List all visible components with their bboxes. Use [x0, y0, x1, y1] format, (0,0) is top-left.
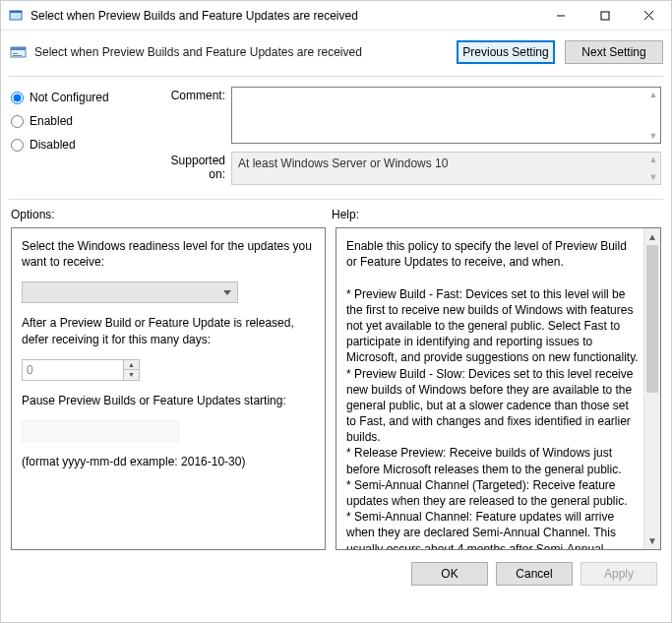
supported-on-text: At least Windows Server or Windows 10: [238, 156, 448, 170]
window-title: Select when Preview Builds and Feature U…: [31, 9, 538, 23]
comment-textarea[interactable]: ▲▼: [231, 87, 661, 144]
radio-not-configured-input[interactable]: [11, 92, 24, 104]
divider: [9, 199, 663, 200]
supported-on-field: At least Windows Server or Windows 10 ▲▼: [231, 152, 661, 185]
apply-button[interactable]: Apply: [580, 562, 657, 586]
defer-label: After a Preview Build or Feature Update …: [22, 315, 315, 346]
radio-disabled[interactable]: Disabled: [11, 138, 139, 152]
next-setting-button[interactable]: Next Setting: [565, 40, 663, 64]
spin-down-button[interactable]: ▼: [124, 370, 139, 380]
comment-label: Comment:: [153, 87, 231, 144]
scroll-down-button[interactable]: ▼: [644, 532, 661, 549]
spin-up-button[interactable]: ▲: [124, 360, 139, 371]
previous-setting-button[interactable]: Previous Setting: [457, 40, 555, 64]
svg-rect-1: [10, 11, 22, 13]
comment-scroll: ▲▼: [648, 90, 658, 141]
pause-label: Pause Preview Builds or Feature Updates …: [22, 393, 315, 408]
dialog-footer: OK Cancel Apply: [1, 550, 671, 586]
format-hint: (format yyyy-mm-dd example: 2016-10-30): [22, 454, 315, 469]
policy-icon: [9, 42, 29, 62]
radio-not-configured[interactable]: Not Configured: [11, 91, 139, 104]
state-radio-group: Not Configured Enabled Disabled: [11, 87, 139, 193]
scroll-track[interactable]: [644, 245, 660, 532]
policy-title: Select when Preview Builds and Feature U…: [34, 45, 447, 59]
svg-rect-7: [11, 47, 26, 50]
svg-rect-8: [13, 53, 18, 54]
options-heading: Options:: [11, 208, 332, 221]
close-button[interactable]: [627, 1, 671, 31]
radio-disabled-input[interactable]: [11, 139, 24, 152]
scroll-up-button[interactable]: ▲: [644, 228, 661, 245]
minimize-button[interactable]: [538, 1, 582, 31]
readiness-select[interactable]: [22, 281, 238, 303]
scroll-thumb[interactable]: [646, 245, 658, 393]
subheader: Select when Preview Builds and Feature U…: [1, 31, 671, 72]
radio-enabled-input[interactable]: [11, 115, 24, 128]
readiness-label: Select the Windows readiness level for t…: [22, 238, 315, 270]
maximize-button[interactable]: [582, 1, 627, 31]
svg-rect-9: [13, 55, 22, 56]
help-heading: Help:: [332, 208, 661, 221]
radio-not-configured-label: Not Configured: [30, 91, 109, 104]
radio-enabled[interactable]: Enabled: [11, 114, 139, 128]
pause-date-input[interactable]: [22, 420, 179, 442]
defer-days-value: 0: [27, 363, 33, 377]
radio-disabled-label: Disabled: [30, 138, 76, 152]
help-panel: Enable this policy to specify the level …: [336, 227, 661, 550]
options-panel: Select the Windows readiness level for t…: [11, 227, 326, 550]
supported-label: Supported on:: [153, 152, 231, 185]
cancel-button[interactable]: Cancel: [496, 562, 573, 586]
defer-days-input[interactable]: 0 ▲ ▼: [22, 359, 140, 381]
divider: [9, 76, 663, 77]
svg-rect-3: [601, 12, 609, 20]
titlebar: Select when Preview Builds and Feature U…: [1, 1, 671, 31]
supported-scroll: ▲▼: [648, 155, 658, 182]
app-icon: [7, 7, 25, 25]
help-text: Enable this policy to specify the level …: [346, 238, 639, 550]
help-scrollbar[interactable]: ▲ ▼: [643, 228, 660, 549]
ok-button[interactable]: OK: [411, 562, 488, 586]
radio-enabled-label: Enabled: [30, 114, 73, 128]
